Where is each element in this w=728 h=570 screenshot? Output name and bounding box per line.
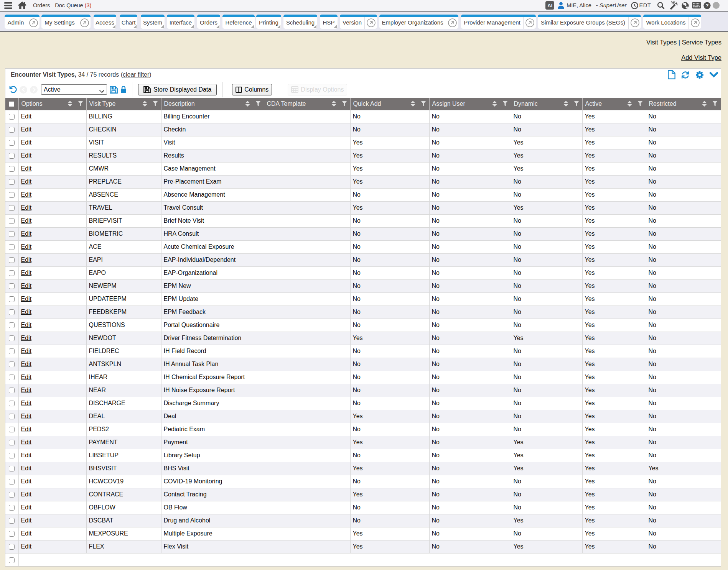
svg-text:?: ?	[705, 3, 708, 8]
